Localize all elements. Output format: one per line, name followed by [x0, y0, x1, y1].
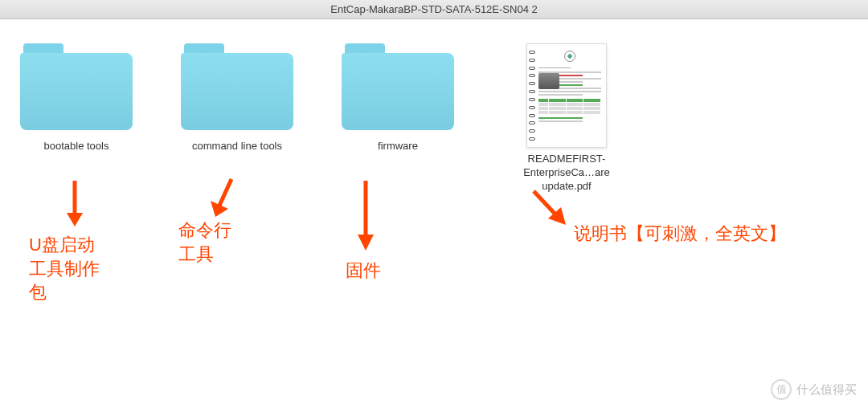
file-label: READMEFIRST-EnterpriseCa…are update.pdf: [506, 153, 627, 194]
window-titlebar: EntCap-MakaraBP-STD-SATA-512E-SN04 2: [0, 0, 868, 19]
annotation-text: 命令行 工具: [178, 218, 231, 266]
finder-content: bootable tools command line tools firmwa…: [0, 19, 868, 218]
watermark-badge-icon: 值: [771, 379, 792, 400]
annotation-text: 固件: [346, 259, 381, 283]
folder-icon: [20, 43, 133, 130]
folder-icon: [181, 43, 293, 130]
watermark-text: 什么值得买: [796, 382, 857, 398]
annotation-text: 说明书【可刺激，全英文】: [574, 222, 786, 246]
folder-firmware[interactable]: firmware: [338, 43, 458, 153]
file-readme-pdf[interactable]: —————————— READMEFIRST-EnterpriseCa…are …: [498, 43, 635, 194]
folder-bootable-tools[interactable]: bootable tools: [16, 43, 137, 153]
watermark: 值 什么值得买: [771, 379, 857, 400]
window-title: EntCap-MakaraBP-STD-SATA-512E-SN04 2: [330, 3, 537, 15]
folder-icon: [342, 43, 454, 130]
folder-label: firmware: [378, 140, 418, 153]
pdf-icon: ——————————: [526, 43, 607, 148]
folder-label: bootable tools: [44, 140, 109, 153]
folder-command-line-tools[interactable]: command line tools: [177, 43, 297, 153]
folder-label: command line tools: [192, 140, 282, 153]
annotation-text: U盘启动 工具制作 包: [29, 233, 117, 304]
